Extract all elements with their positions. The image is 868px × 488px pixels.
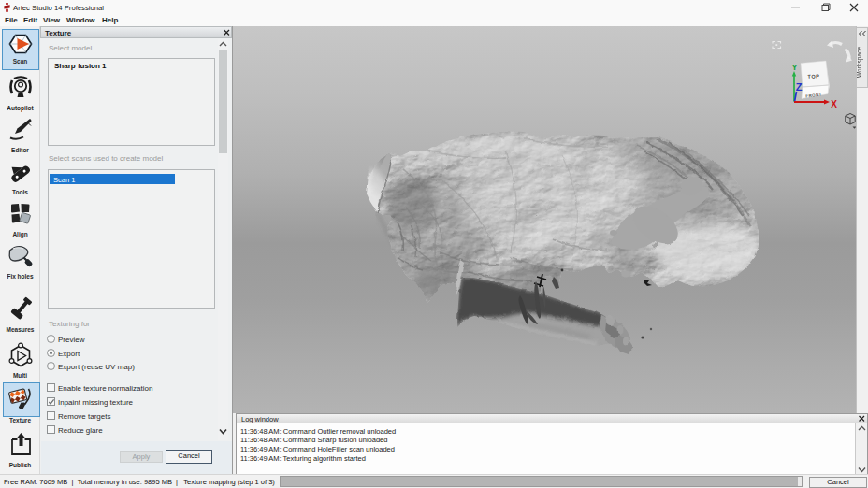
svg-text:TOP: TOP — [807, 73, 819, 79]
svg-text:FRONT: FRONT — [805, 92, 822, 98]
svg-text:Z: Z — [796, 81, 803, 93]
svg-text:Y: Y — [791, 63, 797, 72]
svg-text:X: X — [831, 99, 837, 109]
